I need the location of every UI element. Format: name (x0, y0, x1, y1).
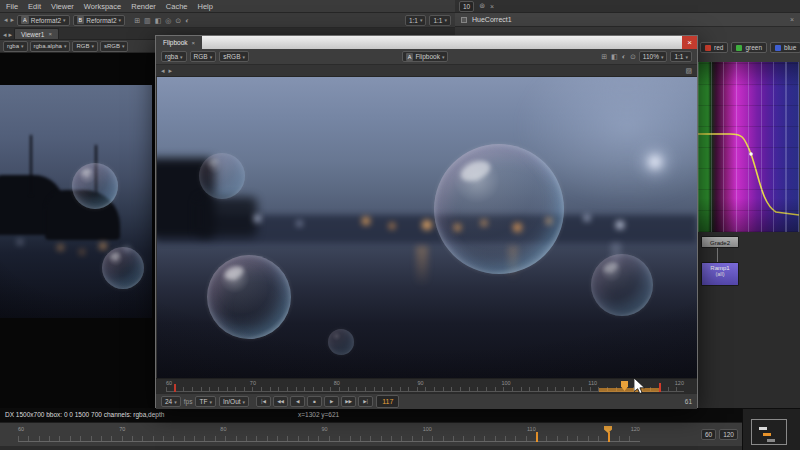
next-arrow-icon[interactable]: ▸ (9, 31, 13, 39)
close-icon[interactable]: × (790, 16, 794, 23)
window-close-button[interactable]: × (682, 36, 697, 49)
menu-item[interactable]: File (6, 2, 18, 11)
display-dropdown[interactable]: RGB ▾ (190, 51, 217, 62)
out-point-marker[interactable] (659, 383, 661, 392)
in-point-marker[interactable] (174, 384, 176, 392)
menu-item[interactable]: Workspace (84, 2, 121, 11)
colorspace-dropdown[interactable]: sRGB ▾ (219, 51, 249, 62)
cycle-value: TF (199, 398, 207, 405)
node-grade2[interactable]: Grade2 (701, 236, 739, 248)
prev-arrow-icon[interactable]: ◂ (4, 16, 8, 24)
flipbook-nav-strip: ◂ ▸ ▨ (156, 65, 697, 77)
playback-button[interactable]: ▶| (358, 396, 373, 407)
channel-value: sRGB (104, 43, 120, 49)
viewer-tool-icon[interactable]: ▥ (144, 15, 151, 26)
channel-value: rgba.alpha (34, 43, 62, 49)
viewer-tool-icon[interactable]: ⊞ (134, 15, 140, 26)
input-a-dropdown[interactable]: A Reformat2 ▾ (17, 15, 70, 26)
close-icon[interactable]: × (48, 31, 52, 37)
menu-item[interactable]: Render (131, 2, 156, 11)
node-ramp1[interactable]: Ramp1 (all) (701, 262, 739, 286)
viewer-tool-icon[interactable]: ⊞ (601, 51, 607, 62)
viewer-tool-icon[interactable]: ◐ (622, 51, 626, 62)
viewer-tool-icons: ⊞▥◧◎⊙◐ (134, 15, 189, 26)
channel-toggle-button[interactable]: red (700, 42, 728, 53)
flipbook-timeline[interactable]: 60708090100110120 (156, 378, 697, 393)
flipbook-image[interactable] (157, 77, 697, 378)
playback-button[interactable]: |◀ (256, 396, 271, 407)
playback-button[interactable]: ▶ (324, 396, 339, 407)
range-start-field[interactable]: 60 (701, 429, 716, 440)
range-end-field[interactable]: 120 (719, 429, 738, 440)
playback-button[interactable]: ▶▶ (341, 396, 356, 407)
viewer-tool-icon[interactable]: ◧ (155, 15, 162, 26)
in-point-marker[interactable] (536, 432, 538, 442)
out-point-marker[interactable] (608, 432, 610, 442)
flipbook-tool-icons: ⊞◧◐⊙ (601, 51, 636, 62)
roi-pencil-icon[interactable]: ▨ (685, 65, 692, 76)
viewer-tool-icon[interactable]: ⊙ (175, 15, 181, 26)
zoom-dropdown[interactable]: 110% ▾ (639, 51, 668, 62)
playback-button[interactable]: ◀◀ (273, 396, 288, 407)
fps-dropdown[interactable]: 24 ▾ (161, 396, 181, 407)
frame-label: 120 (675, 380, 684, 386)
channel-toggle-button[interactable]: blue (770, 42, 800, 53)
close-icon[interactable]: × (192, 40, 196, 46)
tab-viewer1[interactable]: Viewer1 × (14, 28, 59, 39)
range-mode-dropdown[interactable]: In/Out ▾ (219, 396, 249, 407)
prev-arrow-icon[interactable]: ◂ (3, 31, 7, 39)
tab-flipbook[interactable]: Flipbook × (156, 36, 202, 49)
chevron-down-icon: ▾ (209, 399, 212, 405)
current-frame-field[interactable]: 117 (376, 395, 399, 408)
viewer-tool-icon[interactable]: ◐ (185, 15, 189, 26)
cycle-dropdown[interactable]: TF ▾ (195, 396, 215, 407)
flipbook-input-dropdown[interactable]: A Flipbook ▾ (402, 51, 449, 62)
channel-dropdown[interactable]: RGB ▾ (72, 41, 98, 52)
proxy-dropdown[interactable]: 1:1 ▾ (670, 51, 692, 62)
gear-icon[interactable]: ⊛ (479, 2, 485, 10)
menu-item[interactable]: Edit (28, 2, 41, 11)
properties-count-field[interactable]: 10 (459, 1, 474, 12)
playback-button[interactable]: ◀ (290, 396, 305, 407)
chevron-down-icon: ▾ (442, 54, 445, 60)
input-b-dropdown[interactable]: B Reformat2 ▾ (73, 15, 126, 26)
chevron-down-icon: ▾ (174, 399, 177, 405)
chevron-down-icon: ▾ (243, 399, 246, 405)
global-timeline[interactable]: 60708090100110120 60 120 (0, 422, 742, 446)
channel-swatch (736, 45, 742, 51)
channel-dropdown[interactable]: sRGB ▾ (100, 41, 129, 52)
zoom-dropdown[interactable]: 1:1 ▾ (405, 15, 427, 26)
close-icon[interactable]: × (490, 3, 494, 10)
channel-dropdown[interactable]: rgba ▾ (3, 41, 28, 52)
range-fields: 60 120 (701, 429, 738, 440)
frame-label: 80 (220, 426, 226, 432)
cursor-coords-text: x=1302 y=621 (298, 411, 339, 418)
hue-curve-editor[interactable] (698, 62, 799, 232)
viewer-tool-icon[interactable]: ◎ (165, 15, 171, 26)
timeline-ruler[interactable] (18, 436, 640, 442)
menu-item[interactable]: Cache (166, 2, 188, 11)
node-graph[interactable]: Grade2 Ramp1 (all) (697, 232, 800, 408)
proxy-value: 1:1 (433, 17, 442, 24)
viewer-tool-icon[interactable]: ◧ (611, 51, 618, 62)
viewer-tool-icon[interactable]: ⊙ (630, 51, 636, 62)
frame-label: 120 (631, 426, 640, 432)
proxy-dropdown[interactable]: 1:1 ▾ (429, 15, 451, 26)
input-b-badge: B (77, 16, 85, 24)
menu-item[interactable]: Help (198, 2, 213, 11)
next-arrow-icon[interactable]: ▸ (11, 16, 15, 24)
flipbook-titlebar[interactable]: Flipbook × × (156, 36, 697, 49)
frame-labels: 60708090100110120 (18, 426, 640, 432)
bottom-edge-strip (0, 446, 800, 450)
chevron-down-icon: ▾ (242, 54, 245, 60)
channel-label: green (745, 44, 762, 51)
viewer-image[interactable] (0, 85, 152, 318)
channel-toggle-button[interactable]: green (731, 42, 767, 53)
channels-dropdown[interactable]: rgba ▾ (161, 51, 187, 62)
dag-minimap[interactable] (742, 408, 800, 450)
channel-dropdown[interactable]: rgba.alpha ▾ (30, 41, 71, 52)
menu-item[interactable]: Viewer (51, 2, 74, 11)
playback-button[interactable]: ■ (307, 396, 322, 407)
next-arrow-icon[interactable]: ▸ (169, 67, 173, 75)
prev-arrow-icon[interactable]: ◂ (161, 67, 165, 75)
